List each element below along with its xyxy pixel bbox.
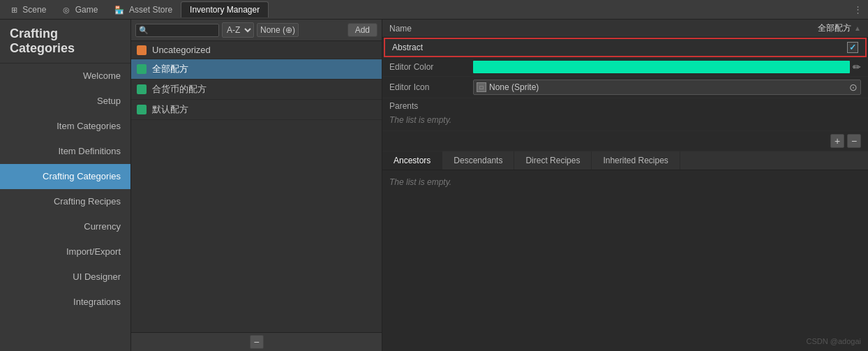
list-item[interactable]: 默认配方 [131,100,382,120]
parents-label: Parents [389,101,861,111]
scroll-up-arrow: ▲ [854,24,861,32]
more-tabs-button[interactable]: ⋮ [848,1,868,17]
abstract-row: Abstract ✓ [384,38,867,57]
tab-inventory-manager[interactable]: Inventory Manager [181,1,269,17]
list-item[interactable]: 合货币的配方 [131,80,382,100]
tab-inherited-recipes[interactable]: Inherited Recipes [592,151,680,170]
tab-direct-recipes[interactable]: Direct Recipes [514,151,592,170]
sidebar-item-crafting-categories[interactable]: Crafting Categories [0,164,130,189]
editor-icon-label: Editor Icon [389,82,473,92]
bottom-tabs-section: Ancestors Descendants Direct Recipes Inh… [382,151,868,351]
sprite-thumbnail: □ [477,82,486,92]
parents-empty-text: The list is empty. [389,112,861,128]
list-item[interactable]: Uncategorized [131,41,382,59]
sidebar-item-item-categories[interactable]: Item Categories [0,114,130,139]
checkbox-box[interactable]: ✓ [847,42,858,53]
watermark: CSDN @adogai [807,337,861,345]
editor-color-label: Editor Color [389,62,473,72]
color-swatch[interactable] [473,61,850,73]
search-icon: 🔍 [139,26,149,35]
tab-ancestors[interactable]: Ancestors [382,151,442,170]
list-footer: − [131,332,382,351]
list-toolbar: 🔍 A-Z Z-A None (⊕) Add [131,20,382,41]
editor-icon-text: None (Sprite) [489,82,539,92]
list-item[interactable]: 全部配方 [131,59,382,80]
tab-descendants[interactable]: Descendants [442,151,514,170]
store-icon: 🏪 [114,6,124,14]
sidebar: Crafting Categories Welcome Setup Item C… [0,20,131,351]
abstract-checkbox[interactable]: ✓ [847,42,858,53]
tab-asset-store[interactable]: 🏪 Asset Store [106,2,181,17]
item-color-dot [137,105,147,114]
bottom-empty-text: The list is empty. [389,177,451,187]
sidebar-item-welcome[interactable]: Welcome [0,64,130,89]
name-field-label: Name [389,24,412,33]
page-title: Crafting Categories [0,20,130,64]
search-input[interactable]: 🔍 [135,24,219,37]
editor-icon-row: Editor Icon □ None (Sprite) ⊙ [382,77,868,98]
tab-game[interactable]: ◎ Game [54,2,106,17]
sidebar-item-import-export[interactable]: Import/Export [0,239,130,264]
sidebar-item-currency[interactable]: Currency [0,214,130,239]
abstract-label: Abstract [392,43,847,52]
scene-icon: ⊞ [11,6,17,14]
sidebar-item-item-definitions[interactable]: Item Definitions [0,139,130,164]
sidebar-item-ui-designer[interactable]: UI Designer [0,264,130,290]
sort-select[interactable]: A-Z Z-A [222,22,254,38]
sidebar-item-setup[interactable]: Setup [0,89,130,114]
editor-icon-value-area[interactable]: □ None (Sprite) ⊙ [473,80,861,95]
name-header-row: Name 全部配方 ▲ [382,20,868,38]
item-color-dot [137,45,147,55]
item-color-dot [137,64,147,74]
main-layout: Crafting Categories Welcome Setup Item C… [0,20,868,351]
tab-bar: ⊞ Scene ◎ Game 🏪 Asset Store Inventory M… [0,0,868,20]
sidebar-item-crafting-recipes[interactable]: Crafting Recipes [0,189,130,214]
sidebar-item-integrations[interactable]: Integrations [0,290,130,315]
list-panel: 🔍 A-Z Z-A None (⊕) Add Uncategorized [131,20,382,351]
tab-scene[interactable]: ⊞ Scene [3,2,54,17]
none-button[interactable]: None (⊕) [257,23,299,37]
editor-icon-target-button[interactable]: ⊙ [849,82,858,93]
editor-color-row: Editor Color ✏ [382,57,868,77]
parents-section: Parents The list is empty. [382,98,868,131]
parents-action-row: + − [382,131,868,151]
split-area: 🔍 A-Z Z-A None (⊕) Add Uncategorized [131,20,868,351]
remove-item-button[interactable]: − [250,335,264,349]
item-color-dot [137,84,147,94]
remove-parent-button[interactable]: − [847,134,861,148]
add-button[interactable]: Add [347,23,377,37]
checkbox-checkmark: ✓ [849,43,856,52]
color-picker-button[interactable]: ✏ [853,61,861,73]
detail-panel: Name 全部配方 ▲ Abstract ✓ Editor Color [382,20,868,351]
add-parent-button[interactable]: + [830,134,844,148]
content-area: 🔍 A-Z Z-A None (⊕) Add Uncategorized [131,20,868,351]
list-items: Uncategorized 全部配方 合货币的配方 默认配方 [131,41,382,332]
bottom-tab-content: The list is empty. [382,170,868,351]
name-field-value: 全部配方 [818,22,851,34]
game-icon: ◎ [63,6,70,14]
tabs-bar: Ancestors Descendants Direct Recipes Inh… [382,151,868,170]
